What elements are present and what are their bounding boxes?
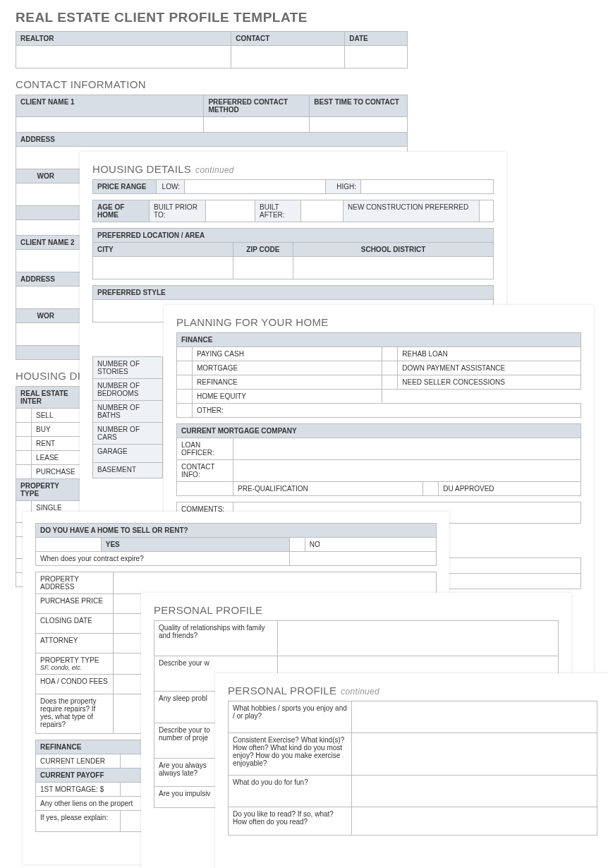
du-check[interactable] — [423, 482, 439, 496]
housing-details-heading: HOUSING DETAILScontinued — [92, 163, 494, 175]
header-table: REALTORCONTACTDATE — [16, 31, 408, 68]
baths-label: NUMBER OF BATHS — [93, 401, 163, 423]
cash-check[interactable] — [177, 347, 193, 361]
lease-check[interactable] — [16, 451, 32, 465]
p6q3-input[interactable] — [352, 776, 597, 807]
p6q1-input[interactable] — [352, 701, 597, 733]
q1-label: Quality of relationships with family and… — [154, 621, 278, 656]
closing-label: CLOSING DATE — [36, 614, 114, 634]
realtor-input[interactable] — [16, 46, 231, 68]
best-time-header: BEST TIME TO CONTACT — [310, 95, 408, 117]
age-table: AGE OF HOMEBUILT PRIOR TO:BUILT AFTER:NE… — [92, 200, 494, 222]
contact-header: CONTACT — [231, 32, 345, 46]
price-label: PURCHASE PRICE — [36, 594, 114, 614]
p6q4-input[interactable] — [352, 807, 597, 836]
loan-input[interactable] — [233, 438, 581, 460]
equity-check[interactable] — [177, 390, 193, 404]
city-input[interactable] — [93, 257, 233, 279]
cars-label: NUMBER OF CARS — [93, 423, 163, 445]
planning-heading: PLANNING FOR YOUR HOME — [176, 316, 581, 328]
profile2-table: What hobbies / sports you enjoy and / or… — [228, 701, 597, 836]
contact-info-heading: CONTACT INFORMATION — [16, 78, 408, 90]
preq-check[interactable] — [177, 482, 233, 496]
basement-label: BASEMENT — [93, 463, 163, 478]
preq-label: PRE-QUALIFICATION — [233, 482, 423, 496]
realtor-header: REALTOR — [16, 32, 231, 46]
explain-label: If yes, please explain: — [36, 811, 121, 832]
no-check[interactable] — [289, 538, 305, 552]
after-label: BUILT AFTER: — [255, 200, 301, 222]
profile2-heading: PERSONAL PROFILEcontinued — [228, 685, 597, 697]
city-header: CITY — [93, 243, 233, 257]
cinfo-input[interactable] — [233, 460, 581, 482]
refi-check[interactable] — [177, 375, 193, 390]
sell-rent-header: DO YOU HAVE A HOME TO SELL OR RENT? — [36, 524, 437, 538]
p6q2-input[interactable] — [352, 733, 597, 776]
du-label: DU APPROVED — [439, 482, 581, 496]
bedrooms-label: NUMBER OF BEDROOMS — [93, 379, 163, 401]
buy-check[interactable] — [16, 423, 32, 437]
page-6: PERSONAL PROFILEcontinued What hobbies /… — [215, 673, 608, 868]
purchase-label: PURCHASE — [32, 465, 80, 479]
date-header: DATE — [345, 32, 408, 46]
price-table: PRICE RANGELOW:HIGH: — [92, 179, 494, 194]
cinfo-label: CONTACT INFO: — [177, 460, 233, 482]
high-input[interactable] — [361, 180, 494, 194]
continued-text: continued — [195, 165, 234, 175]
mortgage-company-table: CURRENT MORTGAGE COMPANY LOAN OFFICER: C… — [176, 423, 581, 496]
p6q3-label: What do you do for fun? — [229, 776, 352, 807]
ptype-label: PROPERTY TYPESF, condo, etc. — [36, 653, 114, 675]
q4b-text: number of proje — [159, 734, 208, 742]
prior-input[interactable] — [206, 200, 255, 222]
mortgage-check[interactable] — [177, 361, 193, 375]
dpa-check[interactable] — [382, 361, 398, 375]
other-label[interactable]: OTHER: — [193, 404, 581, 418]
propaddr-label: PROPERTY ADDRESS — [36, 572, 114, 594]
other-text: OTHER: — [197, 406, 224, 414]
garage-label: GARAGE — [93, 445, 163, 463]
conc-check[interactable] — [382, 375, 398, 390]
lease-label: LEASE — [32, 451, 80, 465]
rei-header: REAL ESTATE INTER — [16, 387, 80, 409]
best-time-input[interactable] — [310, 117, 408, 133]
client1-input[interactable] — [16, 117, 204, 133]
propaddr-input[interactable] — [114, 572, 437, 594]
pref-method-input[interactable] — [204, 117, 310, 133]
school-input[interactable] — [293, 257, 493, 279]
date-input[interactable] — [345, 46, 408, 68]
p6q1-label: What hobbies / sports you enjoy and / or… — [229, 701, 352, 733]
rehab-check[interactable] — [382, 347, 398, 361]
mort-label: 1ST MORTGAGE: $ — [36, 783, 121, 797]
finance-header: FINANCE — [177, 333, 581, 347]
location-table: PREFERRED LOCATION / AREA CITYZIP CODESC… — [92, 228, 494, 279]
other-check[interactable] — [177, 404, 193, 418]
blank-cell — [382, 390, 581, 404]
main-title: REAL ESTATE CLIENT PROFILE TEMPLATE — [16, 10, 408, 25]
style-header: PREFERRED STYLE — [93, 286, 494, 300]
profile2-text: PERSONAL PROFILE — [228, 685, 336, 697]
after-input[interactable] — [301, 200, 343, 222]
zip-input[interactable] — [233, 257, 293, 279]
purchase-check[interactable] — [16, 465, 32, 479]
buy-label: BUY — [32, 423, 80, 437]
rent-label: RENT — [32, 437, 80, 451]
price-label: PRICE RANGE — [93, 180, 157, 194]
proptype-header: PROPERTY TYPE — [16, 479, 80, 501]
q4-text: Describe your to — [159, 726, 210, 734]
expire-label: When does your contract expire? — [36, 552, 290, 566]
client1-header: CLIENT NAME 1 — [16, 95, 204, 117]
newc-input[interactable] — [480, 200, 494, 222]
low-input[interactable] — [185, 180, 326, 194]
ptype-sub: SF, condo, etc. — [40, 664, 109, 671]
sell-rent-table: DO YOU HAVE A HOME TO SELL OR RENT? YESN… — [35, 523, 437, 566]
sell-check[interactable] — [16, 409, 32, 423]
ptype-text: PROPERTY TYPE — [40, 656, 99, 664]
hoa-label: HOA / CONDO FEES — [36, 675, 114, 694]
expire-input[interactable] — [289, 552, 436, 566]
q1-input[interactable] — [278, 621, 559, 656]
contact-input[interactable] — [231, 46, 345, 68]
p6q2-label: Consistent Exercise? What kind(s)? How o… — [229, 733, 352, 776]
yes-check[interactable] — [36, 538, 102, 552]
school-header: SCHOOL DISTRICT — [293, 243, 493, 257]
rent-check[interactable] — [16, 437, 32, 451]
